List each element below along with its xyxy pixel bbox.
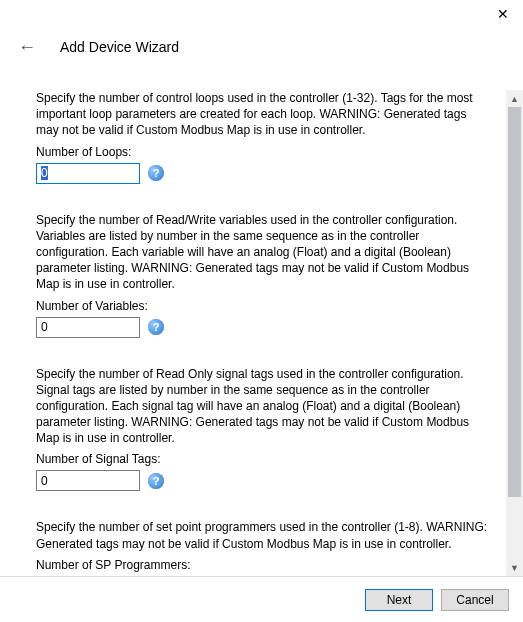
close-icon[interactable]: ✕ <box>483 0 523 28</box>
wizard-header: ← Add Device Wizard <box>0 30 523 56</box>
back-arrow-icon[interactable]: ← <box>18 38 36 56</box>
scroll-thumb[interactable] <box>508 107 521 497</box>
loops-label: Number of Loops: <box>36 145 492 159</box>
signal-tags-label: Number of Signal Tags: <box>36 452 492 466</box>
sp-programmers-description: Specify the number of set point programm… <box>36 519 492 551</box>
titlebar: ✕ <box>0 0 523 30</box>
variables-label: Number of Variables: <box>36 299 492 313</box>
variables-description: Specify the number of Read/Write variabl… <box>36 212 492 293</box>
vertical-scrollbar[interactable]: ▲ ▼ <box>506 90 523 576</box>
loops-input[interactable] <box>36 163 140 184</box>
section-loops: Specify the number of control loops used… <box>36 90 492 184</box>
help-icon[interactable]: ? <box>148 319 164 335</box>
content-area: Specify the number of control loops used… <box>0 90 506 576</box>
loops-description: Specify the number of control loops used… <box>36 90 492 139</box>
signal-tags-input[interactable] <box>36 470 140 491</box>
footer: Next Cancel <box>0 576 523 622</box>
scroll-down-icon[interactable]: ▼ <box>506 559 523 576</box>
signal-tags-description: Specify the number of Read Only signal t… <box>36 366 492 447</box>
section-sp-programmers: Specify the number of set point programm… <box>36 519 492 576</box>
signal-tags-field-row: ? <box>36 470 492 491</box>
sp-programmers-label: Number of SP Programmers: <box>36 558 492 572</box>
help-icon[interactable]: ? <box>148 473 164 489</box>
next-button[interactable]: Next <box>365 589 433 611</box>
scroll-up-icon[interactable]: ▲ <box>506 90 523 107</box>
content-wrap: Specify the number of control loops used… <box>0 90 523 576</box>
variables-field-row: ? <box>36 317 492 338</box>
variables-input[interactable] <box>36 317 140 338</box>
cancel-button[interactable]: Cancel <box>441 589 509 611</box>
section-signal-tags: Specify the number of Read Only signal t… <box>36 366 492 492</box>
page-title: Add Device Wizard <box>60 39 179 55</box>
help-icon[interactable]: ? <box>148 165 164 181</box>
section-variables: Specify the number of Read/Write variabl… <box>36 212 492 338</box>
loops-field-row: ? <box>36 163 492 184</box>
